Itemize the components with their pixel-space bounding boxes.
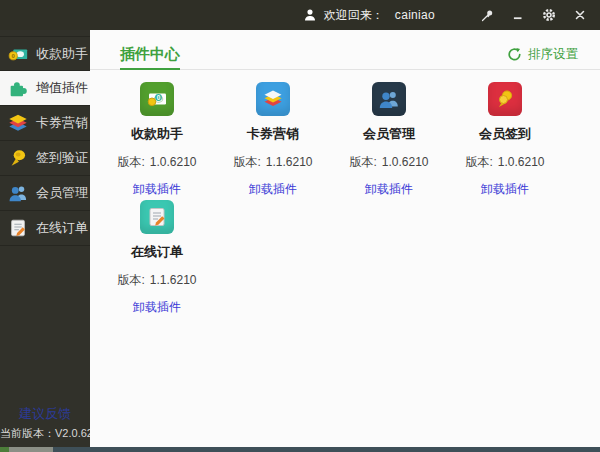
sidebar-item-member-management[interactable]: 会员管理 <box>0 176 90 211</box>
sidebar-item-coupon-marketing[interactable]: 卡券营销 <box>0 106 90 141</box>
plugin-card: 卡券营销 版本:1.1.6210 卸载插件 <box>215 80 331 198</box>
sidebar-item-online-orders[interactable]: 在线订单 <box>0 211 90 246</box>
gear-icon[interactable] <box>541 7 557 23</box>
scrollbar-thumb[interactable] <box>9 447 53 452</box>
version-label: 版本: <box>117 273 144 287</box>
version-value: 1.0.6210 <box>498 155 545 169</box>
sidebar: 0 收款助手 增值插件 卡券 <box>0 30 90 447</box>
sidebar-item-label: 收款助手 <box>36 45 88 63</box>
sidebar-footer: 建议反馈 当前版本：V2.0.6210 <box>0 404 90 441</box>
feedback-link[interactable]: 建议反馈 <box>19 405 71 423</box>
version-label: 版本: <box>117 155 144 169</box>
version-label: 版本: <box>349 155 376 169</box>
main-header: 插件中心 排序设置 <box>90 30 600 70</box>
sidebar-item-label: 会员管理 <box>36 184 88 202</box>
main-area: 插件中心 排序设置 0 <box>90 30 600 447</box>
notepad-icon <box>140 200 174 234</box>
uninstall-link[interactable]: 卸载插件 <box>249 181 297 198</box>
page-title: 插件中心 <box>120 45 180 70</box>
sidebar-item-label: 增值插件 <box>36 79 88 97</box>
notepad-icon <box>7 217 29 239</box>
close-icon[interactable] <box>572 7 588 23</box>
refresh-icon <box>507 47 522 62</box>
plugin-name: 在线订单 <box>131 243 183 261</box>
uninstall-link[interactable]: 卸载插件 <box>365 181 413 198</box>
plugin-version: 版本:1.1.6210 <box>233 154 312 171</box>
version-value: 1.0.6210 <box>382 155 429 169</box>
sort-settings-label: 排序设置 <box>528 46 578 63</box>
welcome-label: 欢迎回来： <box>324 7 384 24</box>
plugin-name: 卡券营销 <box>247 125 299 143</box>
sidebar-item-plugins[interactable]: 增值插件 <box>0 71 90 106</box>
current-version-text: 当前版本：V2.0.6210 <box>0 426 90 441</box>
users-icon <box>372 82 406 116</box>
plugin-card: 会员管理 版本:1.0.6210 卸载插件 <box>331 80 447 198</box>
plugin-card: 0 收款助手 版本:1.0.6210 卸载插件 <box>99 80 215 198</box>
money-icon: 0 <box>7 43 29 65</box>
version-value: 1.0.6210 <box>150 155 197 169</box>
plugin-name: 会员管理 <box>363 125 415 143</box>
horizontal-scrollbar[interactable] <box>0 447 600 452</box>
sidebar-item-checkin-verify[interactable]: 签到验证 <box>0 141 90 176</box>
pin-icon[interactable] <box>479 7 495 23</box>
plugin-version: 版本:1.0.6210 <box>465 154 544 171</box>
uninstall-link[interactable]: 卸载插件 <box>133 299 181 316</box>
plugin-version: 版本:1.0.6210 <box>349 154 428 171</box>
version-value: 1.1.6210 <box>266 155 313 169</box>
resize-grip <box>0 447 9 452</box>
layers-icon <box>7 112 29 134</box>
version-label: 版本: <box>465 155 492 169</box>
sidebar-item-label: 在线订单 <box>36 219 88 237</box>
users-icon <box>7 182 29 204</box>
sort-settings-button[interactable]: 排序设置 <box>507 46 578 63</box>
layers-icon <box>256 82 290 116</box>
uninstall-link[interactable]: 卸载插件 <box>481 181 529 198</box>
stamp-icon <box>7 147 29 169</box>
money-icon: 0 <box>140 82 174 116</box>
plugin-version: 版本:1.0.6210 <box>117 154 196 171</box>
version-label: 版本: <box>233 155 260 169</box>
sidebar-item-label: 签到验证 <box>36 149 88 167</box>
plugin-grid: 0 收款助手 版本:1.0.6210 卸载插件 卡券营销 <box>90 70 600 316</box>
uninstall-link[interactable]: 卸载插件 <box>133 181 181 198</box>
person-icon <box>303 8 317 22</box>
username: cainiao <box>395 8 435 22</box>
app-window: 欢迎回来： cainiao <box>0 0 600 452</box>
plugin-card: 会员签到 版本:1.0.6210 卸载插件 <box>447 80 563 198</box>
welcome-area: 欢迎回来： cainiao <box>303 7 435 24</box>
title-bar: 欢迎回来： cainiao <box>0 0 600 30</box>
svg-text:0: 0 <box>157 94 161 101</box>
plugin-version: 版本:1.1.6210 <box>117 272 196 289</box>
coins-icon <box>488 82 522 116</box>
plugin-card: 在线订单 版本:1.1.6210 卸载插件 <box>99 198 215 316</box>
version-value: 1.1.6210 <box>150 273 197 287</box>
minimize-icon[interactable] <box>510 7 526 23</box>
puzzle-icon <box>7 77 29 99</box>
plugin-name: 收款助手 <box>131 125 183 143</box>
sidebar-item-label: 卡券营销 <box>36 114 88 132</box>
window-controls <box>479 7 588 23</box>
plugin-name: 会员签到 <box>479 125 531 143</box>
sidebar-item-payment-helper[interactable]: 0 收款助手 <box>0 36 90 71</box>
